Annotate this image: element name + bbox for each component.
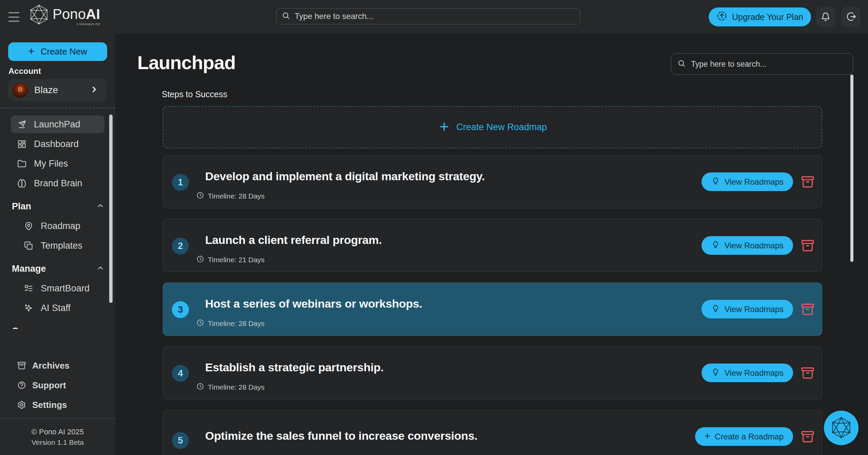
sidebar-item-brand-brain[interactable]: Brand Brain <box>0 173 115 193</box>
notifications-button[interactable] <box>816 7 835 27</box>
clock-icon <box>196 255 204 265</box>
main-content: Launchpad Steps to Success Create New Ro… <box>115 34 868 455</box>
sidebar-scrollbar[interactable] <box>109 115 113 303</box>
lightbulb-icon <box>711 367 720 378</box>
step-title: Establish a strategic partnership. <box>205 361 383 374</box>
step-timeline: Timeline: 21 Days <box>196 255 264 265</box>
archive-step-button[interactable] <box>800 429 815 445</box>
version: Version 1.1 Beta <box>0 438 115 447</box>
create-new-button[interactable]: + Create New <box>8 42 107 61</box>
plus-icon: + <box>28 45 35 58</box>
create-new-roadmap-button[interactable]: Create New Roadmap <box>163 106 822 148</box>
step-card-5: 5Optimize the sales funnel to increase c… <box>163 410 822 455</box>
sparkles-icon <box>24 304 33 313</box>
step-card-3: 3Host a series of webinars or workshops.… <box>163 283 822 336</box>
step-number-badge: 3 <box>172 301 189 318</box>
logo: PonoAI A Visionary's OS <box>29 4 100 26</box>
step-number-badge: 2 <box>172 237 189 254</box>
step-timeline: Timeline: 28 Days <box>196 191 264 201</box>
avatar <box>13 82 28 98</box>
sidebar-item-launchpad[interactable]: LaunchPad <box>0 115 115 134</box>
logo-icon <box>830 417 852 439</box>
step-title: Optimize the sales funnel to increase co… <box>205 429 477 442</box>
copyright: © Pono AI 2025 <box>0 428 115 436</box>
page-search-input[interactable] <box>691 60 847 69</box>
step-timeline: Timeline: 28 Days <box>196 319 264 328</box>
lightbulb-icon <box>711 240 720 251</box>
logout-button[interactable] <box>842 7 861 27</box>
clock-icon <box>196 319 204 328</box>
gear-icon <box>17 400 26 409</box>
plus-icon <box>438 121 450 134</box>
clock-icon <box>196 191 204 201</box>
global-search-input[interactable] <box>295 12 574 21</box>
logout-icon <box>846 12 856 23</box>
sidebar-item-archives[interactable]: Archives <box>0 356 115 375</box>
archive-icon <box>801 239 814 253</box>
step-card-2: 2Launch a client referral program.Timeli… <box>163 219 822 272</box>
sidebar-item-smartboard[interactable]: SmartBoard <box>0 278 115 298</box>
step-card-1: 1Develop and implement a digital marketi… <box>163 155 822 208</box>
archive-icon <box>801 175 814 190</box>
assistant-fab-button[interactable] <box>824 411 859 445</box>
chevron-right-icon <box>90 85 99 95</box>
sidebar-item-settings[interactable]: Settings <box>0 395 115 415</box>
step-card-4: 4Establish a strategic partnership.Timel… <box>163 346 822 399</box>
page-search <box>671 53 853 75</box>
map-pin-icon <box>24 222 33 231</box>
brand-name: PonoAI <box>53 4 100 24</box>
archive-icon <box>801 430 814 444</box>
step-title: Develop and implement a digital marketin… <box>205 170 485 183</box>
archive-step-button[interactable] <box>800 238 815 254</box>
chevron-up-icon[interactable] <box>96 264 104 273</box>
nav-section-plan: Plan <box>0 197 115 216</box>
archive-icon <box>801 366 814 381</box>
sidebar-nav: LaunchPadDashboardMy FilesBrand BrainPla… <box>0 115 115 329</box>
view-roadmaps-button[interactable]: View Roadmaps <box>702 364 793 382</box>
archive-icon <box>801 303 814 317</box>
menu-icon[interactable] <box>8 12 19 22</box>
sidebar-item-ai-staff[interactable]: AI Staff <box>0 298 115 318</box>
step-number-badge: 5 <box>172 432 189 449</box>
sidebar-footer-nav: ArchivesSupportSettings <box>0 356 115 415</box>
sidebar-item-support[interactable]: Support <box>0 375 115 395</box>
account-selector[interactable]: Blaze <box>8 79 106 101</box>
search-icon <box>282 12 290 21</box>
lightbulb-icon <box>711 304 720 315</box>
logo-icon <box>29 4 49 26</box>
sidebar-item-roadmap[interactable]: Roadmap <box>0 216 115 236</box>
launchpad-icon <box>17 120 26 129</box>
step-number-badge: 4 <box>172 365 189 382</box>
archive-step-button[interactable] <box>800 174 815 190</box>
copy-icon <box>24 241 33 250</box>
account-name: Blaze <box>34 85 58 96</box>
create-a-roadmap-button[interactable]: +Create a Roadmap <box>695 427 793 446</box>
account-label: Account <box>8 66 41 76</box>
lightbulb-icon <box>711 176 720 187</box>
help-icon <box>17 381 26 390</box>
divider <box>0 108 115 108</box>
sidebar-item-dashboard[interactable]: Dashboard <box>0 134 115 154</box>
step-title: Host a series of webinars or workshops. <box>205 297 422 310</box>
divider <box>0 418 115 419</box>
view-roadmaps-button[interactable]: View Roadmaps <box>702 172 793 191</box>
list-todo-icon <box>24 284 33 293</box>
clock-icon <box>196 382 204 392</box>
sidebar-item-my-files[interactable]: My Files <box>0 154 115 173</box>
sidebar-item-templates[interactable]: Templates <box>0 236 115 255</box>
dashboard-icon <box>17 140 26 149</box>
section-title: Steps to Success <box>162 89 227 99</box>
archive-step-button[interactable] <box>800 366 815 381</box>
chevron-up-icon[interactable] <box>96 202 104 211</box>
upgrade-plan-button[interactable]: Upgrade Your Plan <box>709 7 811 26</box>
page-title: Launchpad <box>137 51 236 74</box>
step-title: Launch a client referral program. <box>205 233 382 247</box>
view-roadmaps-button[interactable]: View Roadmaps <box>702 236 793 255</box>
archive-step-button[interactable] <box>800 302 815 317</box>
sidebar: + Create New Account Blaze LaunchPadDash… <box>0 34 115 455</box>
search-icon <box>677 59 686 69</box>
bell-icon <box>821 12 831 23</box>
view-roadmaps-button[interactable]: View Roadmaps <box>702 300 793 318</box>
nav-section-partial: C <box>0 321 115 329</box>
scrollbar[interactable] <box>850 75 853 262</box>
